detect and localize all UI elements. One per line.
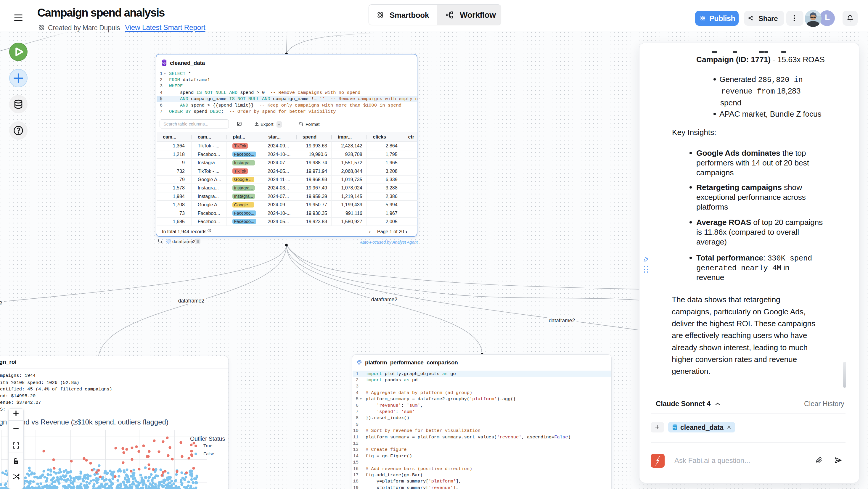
svg-text:SQL: SQL — [162, 62, 166, 64]
svg-text:SQL: SQL — [673, 427, 677, 429]
